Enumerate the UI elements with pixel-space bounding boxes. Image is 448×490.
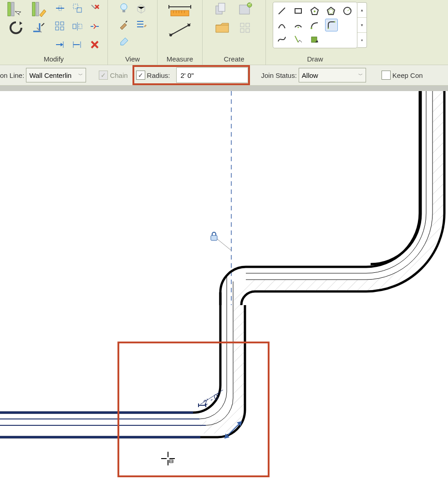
extend2-icon[interactable]	[70, 37, 85, 52]
draw-polygon-out-icon[interactable]	[325, 5, 337, 17]
measure-between-icon[interactable]	[166, 21, 194, 39]
svg-line-42	[279, 8, 285, 14]
delete-icon[interactable]	[87, 37, 102, 52]
svg-rect-38	[240, 23, 244, 27]
radius-input[interactable]: 2' 0"	[176, 67, 248, 83]
box3d-icon[interactable]	[134, 1, 148, 15]
draw-gallery: ▲ ▼ ▾	[273, 2, 357, 48]
grid-group-icon[interactable]	[235, 19, 256, 36]
panel-modify-label: Modify	[44, 54, 64, 65]
svg-point-37	[247, 3, 252, 7]
radius-group: ✓ Radius: 2' 0"	[132, 65, 250, 85]
radius-checkbox[interactable]: ✓	[136, 71, 145, 80]
component-icon[interactable]	[212, 1, 233, 17]
brush-list-icon[interactable]	[134, 17, 148, 32]
gallery-more-icon[interactable]: ▾	[357, 33, 367, 47]
svg-rect-8	[56, 22, 59, 25]
svg-rect-2	[32, 2, 35, 16]
join-status-label: Join Status:	[261, 71, 298, 79]
location-line-label: on Line:	[0, 71, 26, 79]
svg-point-47	[329, 9, 333, 14]
svg-rect-9	[61, 22, 64, 25]
trim-icon[interactable]	[29, 19, 50, 36]
draw-fillet-arc-icon[interactable]	[325, 19, 338, 31]
mirror-icon[interactable]	[70, 19, 85, 34]
svg-point-53	[334, 21, 336, 23]
svg-line-49	[347, 9, 350, 11]
svg-point-22	[121, 4, 127, 10]
svg-point-45	[314, 10, 316, 12]
svg-rect-41	[246, 29, 249, 32]
panel-modify: Modify	[0, 0, 108, 65]
location-line-select[interactable]: Wall Centerlin ﹀	[26, 68, 86, 82]
unpin-icon[interactable]	[87, 1, 102, 15]
gallery-down-icon[interactable]: ▼	[357, 18, 367, 33]
draw-pick-lines-icon[interactable]	[292, 33, 304, 45]
svg-point-51	[311, 27, 312, 29]
modify-select-icon[interactable]	[5, 1, 26, 17]
chain-label: Chain	[110, 71, 129, 79]
gallery-scroll[interactable]: ▲ ▼ ▾	[357, 2, 367, 48]
svg-line-31	[171, 25, 189, 35]
ruler-icon[interactable]	[166, 1, 194, 19]
panel-view: View	[108, 0, 158, 65]
svg-point-52	[328, 28, 329, 29]
join-status-select[interactable]: Allow ﹀	[299, 68, 366, 82]
rotate-icon[interactable]	[5, 19, 26, 36]
location-line-value: Wall Centerlin	[29, 71, 71, 79]
svg-rect-40	[240, 29, 244, 32]
keep-label: Keep Con	[392, 71, 425, 79]
draw-arc-tan-icon[interactable]	[309, 19, 321, 31]
svg-rect-39	[246, 23, 249, 27]
lightbulb-icon[interactable]	[117, 1, 131, 15]
keep-checkbox[interactable]	[382, 71, 391, 80]
draw-polygon-in-icon[interactable]	[309, 5, 321, 17]
chevron-down-icon: ﹀	[358, 72, 363, 78]
family-folder-icon[interactable]	[212, 19, 233, 36]
draw-arc-start-icon[interactable]	[276, 19, 288, 31]
family-icon[interactable]	[235, 1, 256, 17]
chevron-down-icon: ﹀	[78, 72, 83, 78]
draw-spline-icon[interactable]	[276, 33, 288, 45]
panel-draw: ▲ ▼ ▾ Draw	[266, 0, 364, 65]
panel-create-label: Create	[224, 54, 244, 65]
split-icon[interactable]	[87, 19, 102, 34]
svg-rect-35	[219, 3, 225, 11]
gallery-up-icon[interactable]: ▲	[357, 3, 367, 18]
panel-draw-label: Draw	[307, 54, 323, 65]
svg-rect-23	[122, 10, 125, 12]
draw-pick-face-icon[interactable]	[309, 33, 321, 45]
svg-rect-11	[61, 27, 64, 30]
viewport-header-strip	[0, 86, 448, 91]
draw-cursor-icon	[160, 451, 176, 468]
align-icon[interactable]	[53, 1, 67, 15]
extend-icon[interactable]	[53, 37, 67, 52]
drawing-canvas[interactable]: 2' - 0"	[0, 91, 448, 490]
svg-rect-3	[36, 2, 39, 16]
panel-measure-label: Measure	[167, 54, 193, 65]
svg-rect-10	[56, 27, 59, 30]
svg-rect-43	[295, 9, 301, 13]
offset-icon[interactable]	[70, 1, 85, 15]
draw-arc-center-icon[interactable]	[292, 19, 304, 31]
svg-rect-12	[73, 24, 76, 29]
panel-measure: Measure	[158, 0, 203, 65]
svg-rect-1	[11, 2, 14, 16]
svg-rect-14	[79, 24, 82, 29]
svg-point-50	[298, 27, 299, 28]
draw-rectangle-icon[interactable]	[292, 5, 304, 17]
array-icon[interactable]	[53, 19, 67, 34]
lock-constraint-icon[interactable]	[209, 230, 219, 241]
draw-circle-icon[interactable]	[341, 5, 353, 17]
draw-line-icon[interactable]	[276, 5, 288, 17]
eraser-icon[interactable]	[117, 34, 131, 48]
svg-rect-74	[211, 235, 217, 240]
radius-label: Radius:	[147, 71, 172, 79]
ribbon: Modify View Measure	[0, 0, 448, 65]
brush-icon[interactable]	[117, 17, 131, 32]
wall-drawing	[0, 91, 448, 490]
svg-rect-0	[8, 2, 10, 16]
wall-edit-icon[interactable]	[29, 1, 50, 17]
join-status-value: Allow	[302, 71, 318, 79]
radius-value: 2' 0"	[180, 71, 193, 79]
